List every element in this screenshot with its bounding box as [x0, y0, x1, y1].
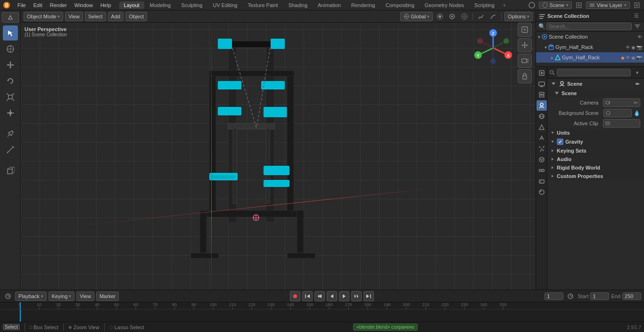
record-btn[interactable]	[290, 291, 300, 301]
keying-sets-section-header[interactable]: Keying Sets	[547, 146, 644, 155]
output-props-btn[interactable]	[537, 79, 547, 89]
keying-menu-btn[interactable]: Keying ▾	[49, 292, 75, 301]
add-workspace-button[interactable]: +	[500, 1, 509, 9]
current-frame-input[interactable]	[545, 292, 563, 300]
scene-props-edit-btn[interactable]: ✏	[634, 80, 641, 88]
end-frame-input[interactable]	[622, 292, 641, 300]
scene-selector[interactable]: Scene ▾	[539, 1, 572, 9]
tab-compositing[interactable]: Compositing	[381, 1, 419, 9]
tab-shading[interactable]: Shading	[284, 1, 312, 9]
view-menu-btn[interactable]: View	[76, 292, 94, 301]
viewport-canvas[interactable]: User Perspective (1) Scene Collection	[21, 10, 536, 290]
gym-render-icon[interactable]: 📷	[636, 45, 642, 50]
scene-props-btn[interactable]	[537, 100, 547, 111]
view-layer-props-btn[interactable]	[537, 89, 547, 100]
play-reverse-btn[interactable]	[327, 291, 337, 301]
gym-select-icon[interactable]: ◉	[631, 45, 636, 50]
scale-tool[interactable]	[3, 89, 18, 105]
cursor-tool[interactable]	[3, 41, 18, 57]
tab-modeling[interactable]: Modeling	[145, 1, 176, 9]
modifier-props-btn[interactable]	[537, 133, 547, 143]
play-forward-btn[interactable]	[339, 291, 349, 301]
jump-to-end-btn[interactable]	[363, 291, 374, 301]
gravity-section-header[interactable]: ✓ Gravity	[547, 137, 644, 146]
tab-layout[interactable]: Layout	[119, 1, 144, 9]
properties-filter-btn[interactable]: ▾	[633, 68, 642, 77]
measure-tool[interactable]	[3, 142, 18, 157]
menu-help[interactable]: Help	[97, 1, 115, 9]
step-back-btn[interactable]	[314, 291, 325, 301]
menu-file[interactable]: File	[14, 1, 29, 9]
timeline-ruler[interactable]: 0 10 20 30 40 50 60 70 80 90 1	[0, 302, 644, 322]
viewport-shading-button[interactable]: View	[65, 12, 83, 21]
custom-props-section-header[interactable]: Custom Properties	[547, 172, 644, 180]
frame-time-icon[interactable]	[565, 291, 576, 301]
jump-to-start-btn[interactable]	[302, 291, 313, 301]
orientation-gizmo[interactable]: Z X Y	[474, 29, 512, 67]
menu-window[interactable]: Window	[71, 1, 96, 9]
render-props-btn[interactable]	[537, 68, 547, 78]
tab-uv-editing[interactable]: UV Editing	[208, 1, 242, 9]
particles-props-btn[interactable]	[537, 144, 547, 154]
outliner-item-gym-mesh[interactable]: ▸ Gym_Half_Rack ◆ 👁 ◉ 📷	[536, 52, 644, 63]
outliner-item-gym-collection[interactable]: ▾ Gym_Half_Rack 👁 ◉ 📷	[536, 42, 644, 52]
menu-render[interactable]: Render	[47, 1, 70, 9]
background-scene-value-field[interactable]	[603, 109, 632, 117]
start-frame-input[interactable]	[590, 292, 609, 300]
snap-btn[interactable]	[447, 11, 457, 22]
mesh-select-icon[interactable]: ◉	[631, 55, 636, 60]
add-menu-button[interactable]: Add	[108, 12, 124, 21]
playback-menu-btn[interactable]: Playback ▾	[15, 292, 47, 301]
audio-section-header[interactable]: Audio	[547, 155, 644, 163]
rotate-tool[interactable]	[3, 73, 18, 89]
lock-view-btn[interactable]	[518, 69, 532, 83]
scene-subsection-header[interactable]: Scene	[547, 89, 644, 97]
material-props-btn[interactable]	[537, 187, 547, 197]
camera-value-field[interactable]: ✏	[603, 98, 640, 107]
select-tool[interactable]	[3, 25, 18, 40]
move-tool[interactable]	[3, 57, 18, 73]
properties-search-input[interactable]	[557, 69, 631, 76]
camera-edit-icon[interactable]: ✏	[634, 100, 638, 106]
constraints-props-btn[interactable]	[537, 165, 547, 176]
units-section-header[interactable]: Units	[547, 129, 644, 137]
tab-animation[interactable]: Animation	[313, 1, 346, 9]
object-menu-button[interactable]: Object	[125, 12, 147, 21]
mesh-render-icon[interactable]: 📷	[636, 55, 642, 60]
active-clip-value-field[interactable]	[603, 119, 640, 128]
tab-sculpting[interactable]: Sculpting	[176, 1, 207, 9]
view-layer-selector[interactable]: View Layer ▾	[586, 1, 630, 9]
object-data-props-btn[interactable]	[537, 176, 547, 186]
step-forward-btn[interactable]	[351, 291, 362, 301]
camera-view-btn[interactable]	[518, 54, 532, 68]
marker-menu-btn[interactable]: Marker	[96, 292, 119, 301]
outliner-filter-options[interactable]	[633, 23, 642, 30]
transform-orientation-btn[interactable]: Global ▾	[400, 12, 433, 21]
graph-editor-btn[interactable]	[476, 11, 486, 22]
outliner-filter-btn[interactable]: ☰	[632, 11, 641, 21]
view-pan-btn[interactable]	[518, 38, 532, 52]
gym-vis-icon[interactable]: 👁	[626, 45, 630, 50]
outliner-vis-icon[interactable]: 👁	[637, 34, 642, 40]
outliner-item-scene-collection[interactable]: ▾ Scene Collection 👁	[536, 32, 644, 42]
fcurve-btn[interactable]	[488, 11, 498, 22]
transform-tool[interactable]	[3, 105, 18, 121]
object-mode-button[interactable]: Object Mode ▾	[24, 12, 63, 21]
tab-texture-paint[interactable]: Texture Paint	[243, 1, 282, 9]
tab-geometry-nodes[interactable]: Geometry Nodes	[420, 1, 469, 9]
proportional-edit-btn[interactable]	[459, 11, 470, 22]
object-props-btn[interactable]	[537, 122, 547, 132]
tab-scripting[interactable]: Scripting	[470, 1, 499, 9]
outliner-search-input[interactable]	[546, 23, 632, 30]
physics-props-btn[interactable]	[537, 154, 547, 165]
add-cube-tool[interactable]	[3, 163, 18, 178]
new-view-layer-button[interactable]	[632, 0, 642, 10]
world-props-btn[interactable]	[537, 111, 547, 121]
view-zoom-btn[interactable]	[518, 23, 532, 37]
active-tool-icon[interactable]	[527, 0, 537, 10]
scene-section-header[interactable]: Scene ✏	[547, 79, 644, 89]
pivot-center-btn[interactable]	[435, 11, 445, 22]
mode-toggle[interactable]	[2, 12, 19, 23]
gravity-checkbox[interactable]: ✓	[557, 138, 563, 145]
select-menu-button[interactable]: Select	[85, 12, 106, 21]
